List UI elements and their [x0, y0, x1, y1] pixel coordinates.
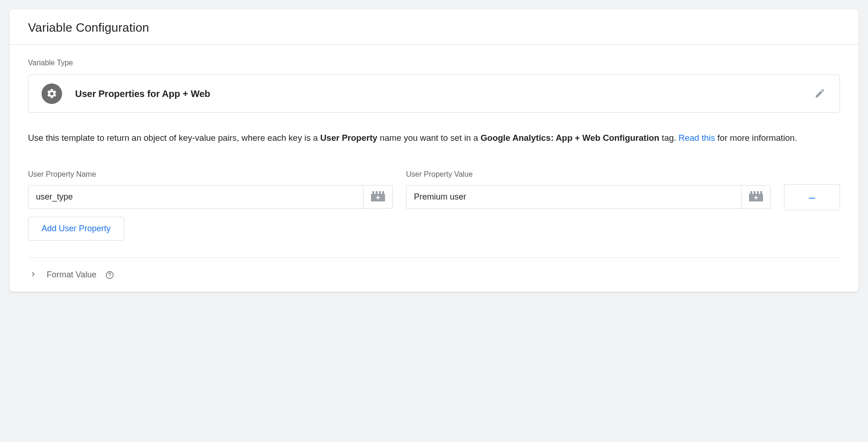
variable-picker-icon: [371, 191, 385, 203]
card-body: Variable Type User Properties for App + …: [9, 45, 859, 292]
svg-rect-6: [378, 196, 378, 200]
property-name-label: User Property Name: [28, 170, 393, 179]
pencil-icon: [814, 88, 826, 100]
property-value-variable-picker-button[interactable]: [741, 185, 771, 209]
property-value-input[interactable]: [406, 185, 741, 209]
svg-rect-2: [376, 191, 378, 194]
property-value-label: User Property Value: [406, 170, 771, 179]
property-name-input-group: [28, 185, 393, 209]
expand-format-value-button[interactable]: [28, 269, 38, 281]
add-user-property-button[interactable]: Add User Property: [28, 217, 124, 241]
template-description: Use this template to return an object of…: [28, 130, 840, 146]
property-value-column: User Property Value: [406, 170, 771, 209]
variable-configuration-card: Variable Configuration Variable Type Use…: [9, 9, 859, 292]
minus-icon: –: [809, 191, 815, 204]
variable-type-label: Variable Type: [28, 59, 840, 67]
user-properties-grid: User Property Name: [28, 170, 840, 210]
variable-picker-icon: [749, 191, 763, 203]
property-value-input-group: [406, 185, 771, 209]
svg-rect-1: [372, 191, 374, 194]
edit-variable-type-button[interactable]: [812, 85, 828, 103]
variable-type-info: User Properties for App + Web: [42, 83, 210, 104]
svg-rect-11: [760, 191, 762, 194]
remove-property-button[interactable]: –: [784, 184, 840, 210]
card-header: Variable Configuration: [9, 9, 859, 45]
property-name-variable-picker-button[interactable]: [363, 185, 393, 209]
svg-rect-13: [756, 196, 756, 200]
svg-rect-8: [750, 191, 752, 194]
chevron-right-icon: [29, 270, 37, 280]
svg-rect-9: [754, 191, 756, 194]
format-value-section[interactable]: Format Value: [28, 258, 840, 281]
help-icon[interactable]: [105, 270, 114, 280]
format-value-label: Format Value: [47, 270, 97, 280]
svg-rect-4: [382, 191, 384, 194]
gear-icon: [42, 83, 62, 104]
variable-type-name: User Properties for App + Web: [75, 89, 210, 99]
read-this-link[interactable]: Read this: [679, 133, 715, 143]
svg-rect-3: [379, 191, 381, 194]
svg-point-15: [109, 276, 110, 277]
variable-type-selector[interactable]: User Properties for App + Web: [28, 75, 840, 113]
remove-column: –: [784, 170, 840, 210]
card-title: Variable Configuration: [28, 21, 840, 35]
property-name-column: User Property Name: [28, 170, 393, 209]
svg-rect-10: [757, 191, 759, 194]
property-name-input[interactable]: [28, 185, 363, 209]
